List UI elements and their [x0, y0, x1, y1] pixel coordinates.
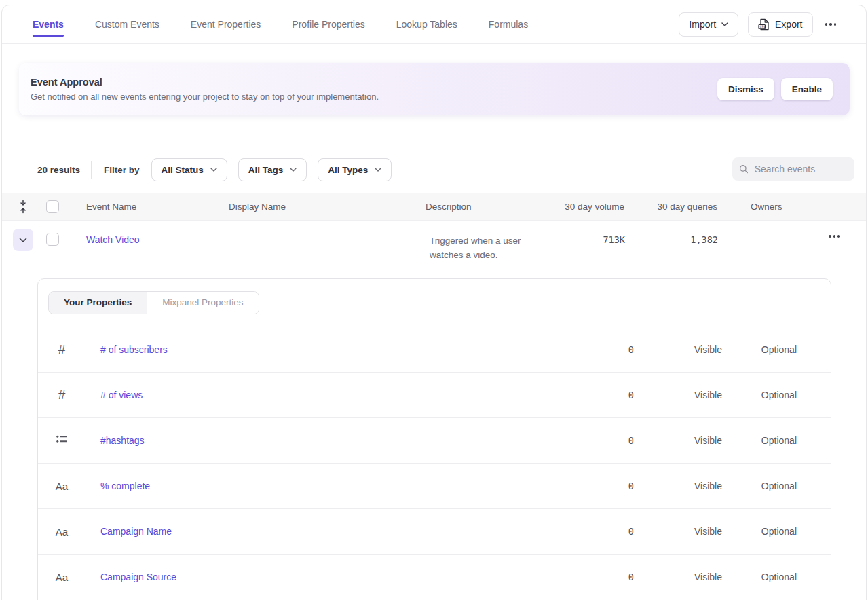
event-description: Triggered when a user watches a video.: [423, 221, 553, 262]
property-queries: 0: [472, 526, 634, 537]
property-visibility: Visible: [634, 571, 722, 582]
tags-filter-label: All Tags: [248, 165, 284, 175]
properties-tabs-area: Your Properties Mixpanel Properties: [38, 279, 831, 326]
list-type-icon: [56, 434, 67, 447]
property-queries: 0: [472, 481, 634, 491]
import-button-label: Import: [689, 19, 716, 30]
top-navbar: Events Custom Events Event Properties Pr…: [2, 5, 866, 44]
property-requirement: Optional: [722, 526, 797, 537]
property-row: Aa Campaign Source 0 Visible Optional: [38, 554, 831, 599]
more-menu-icon[interactable]: [823, 19, 839, 30]
text-type-icon: Aa: [56, 481, 68, 492]
number-type-icon: #: [58, 342, 66, 357]
col-30-day-volume: 30 day volume: [553, 202, 625, 212]
col-display-name: Display Name: [226, 202, 423, 212]
property-name-link[interactable]: % complete: [86, 481, 472, 491]
results-count: 20 results: [37, 165, 80, 175]
property-name-link[interactable]: # of subscribers: [86, 344, 472, 355]
types-filter-dropdown[interactable]: All Types: [318, 158, 392, 181]
export-button-label: Export: [775, 19, 802, 30]
tab-events[interactable]: Events: [33, 5, 64, 43]
banner-actions: Dismiss Enable: [717, 78, 850, 100]
property-queries: 0: [472, 390, 634, 400]
status-filter-label: All Status: [162, 165, 204, 175]
tags-filter-dropdown[interactable]: All Tags: [238, 158, 307, 181]
property-requirement: Optional: [722, 571, 797, 582]
property-requirement: Optional: [722, 481, 797, 491]
events-table-header: Event Name Display Name Description 30 d…: [2, 193, 866, 221]
event-queries: 1,382: [625, 221, 718, 245]
svg-text:CSV: CSV: [760, 25, 766, 29]
number-type-icon: #: [58, 388, 66, 402]
types-filter-label: All Types: [328, 165, 368, 175]
event-approval-banner: Event Approval Get notified on all new e…: [19, 63, 850, 115]
col-event-name: Event Name: [83, 202, 226, 212]
chevron-down-icon: [721, 22, 728, 26]
property-visibility: Visible: [634, 435, 722, 446]
banner-title: Event Approval: [31, 77, 379, 88]
row-more-menu-icon[interactable]: [826, 221, 843, 242]
search-icon: [739, 164, 749, 174]
export-button[interactable]: CSV Export: [748, 12, 812, 37]
col-30-day-queries: 30 day queries: [625, 202, 718, 212]
collapse-row-button[interactable]: [13, 229, 33, 251]
col-description: Description: [423, 202, 553, 212]
property-row: Aa % complete 0 Visible Optional: [38, 463, 831, 508]
row-checkbox[interactable]: [46, 233, 59, 246]
event-row-watch-video: Watch Video Triggered when a user watche…: [2, 221, 866, 284]
tab-profile-properties[interactable]: Profile Properties: [292, 5, 364, 43]
property-visibility: Visible: [634, 344, 722, 355]
content-pane: Events Custom Events Event Properties Pr…: [1, 5, 867, 600]
status-filter-dropdown[interactable]: All Status: [151, 158, 227, 181]
nav-actions: Import CSV Export: [679, 5, 839, 43]
filter-by-label: Filter by: [104, 165, 140, 175]
property-visibility: Visible: [634, 390, 722, 400]
tab-formulas[interactable]: Formulas: [489, 5, 528, 43]
tab-mixpanel-properties[interactable]: Mixpanel Properties: [147, 292, 258, 314]
collapse-all-icon[interactable]: [2, 200, 44, 214]
tab-event-properties[interactable]: Event Properties: [191, 5, 261, 43]
property-queries: 0: [472, 344, 634, 355]
divider: [91, 161, 92, 179]
property-queries: 0: [472, 435, 634, 446]
lexicon-tabs: Events Custom Events Event Properties Pr…: [2, 5, 528, 43]
import-button[interactable]: Import: [679, 12, 738, 37]
text-type-icon: Aa: [56, 526, 68, 538]
event-properties-panel: Your Properties Mixpanel Properties # # …: [37, 278, 831, 600]
filter-bar: 20 results Filter by All Status All Tags…: [2, 157, 866, 182]
chevron-down-icon: [19, 238, 27, 243]
property-name-link[interactable]: Campaign Name: [86, 526, 472, 537]
event-volume: 713K: [553, 221, 625, 245]
enable-button[interactable]: Enable: [781, 78, 833, 100]
property-name-link[interactable]: Campaign Source: [86, 571, 472, 582]
search-input[interactable]: [755, 164, 848, 174]
property-row: #hashtags 0 Visible Optional: [38, 417, 831, 463]
property-requirement: Optional: [722, 344, 797, 355]
tab-your-properties[interactable]: Your Properties: [49, 292, 147, 314]
property-row: Aa Campaign Name 0 Visible Optional: [38, 508, 831, 554]
banner-text: Event Approval Get notified on all new e…: [19, 77, 379, 102]
csv-file-icon: CSV: [758, 18, 770, 31]
col-owners: Owners: [718, 202, 803, 212]
property-requirement: Optional: [722, 390, 797, 400]
property-requirement: Optional: [722, 435, 797, 446]
property-name-link[interactable]: #hashtags: [86, 435, 472, 446]
chevron-down-icon: [375, 168, 381, 172]
property-name-link[interactable]: # of views: [86, 390, 472, 400]
search-box: [732, 157, 854, 181]
dismiss-button[interactable]: Dismiss: [717, 78, 774, 100]
property-row: # # of subscribers 0 Visible Optional: [38, 326, 831, 372]
event-name-link[interactable]: Watch Video: [83, 221, 226, 245]
chevron-down-icon: [290, 168, 297, 172]
property-visibility: Visible: [634, 481, 722, 491]
tab-lookup-tables[interactable]: Lookup Tables: [396, 5, 457, 43]
property-visibility: Visible: [634, 526, 722, 537]
banner-subtitle: Get notified on all new events entering …: [31, 92, 379, 102]
text-type-icon: Aa: [56, 571, 68, 583]
property-row: # # of views 0 Visible Optional: [38, 372, 831, 417]
select-all-checkbox[interactable]: [46, 200, 59, 213]
chevron-down-icon: [210, 168, 217, 172]
property-queries: 0: [472, 571, 634, 582]
tab-custom-events[interactable]: Custom Events: [95, 5, 159, 43]
properties-tab-control: Your Properties Mixpanel Properties: [48, 291, 259, 314]
